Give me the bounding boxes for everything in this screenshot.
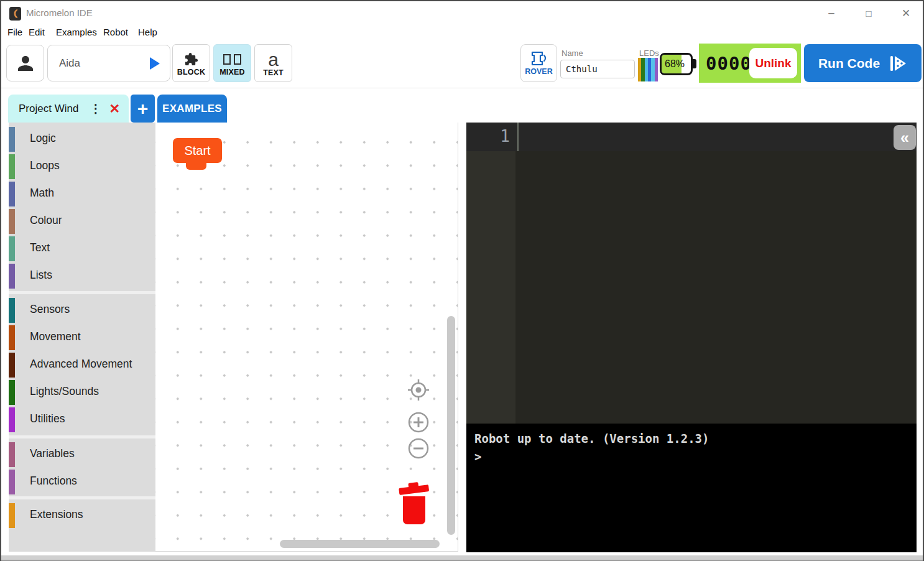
menu-help[interactable]: Help xyxy=(138,27,157,37)
project-name-field[interactable]: Aida xyxy=(47,45,170,81)
category-separator xyxy=(9,291,155,294)
mixed-mode-label: MIXED xyxy=(219,68,245,76)
led-stripe xyxy=(655,58,658,81)
letter-a-icon: a xyxy=(268,52,279,67)
code-editor[interactable]: 1 « xyxy=(466,123,917,424)
console-prompt: > xyxy=(474,448,917,466)
window-border-left xyxy=(0,0,1,561)
tab-close-icon[interactable]: ✕ xyxy=(105,101,129,116)
category-color-chip xyxy=(9,154,15,179)
category-color-chip xyxy=(9,503,15,528)
category-color-chip xyxy=(9,353,15,378)
menu-file[interactable]: File xyxy=(7,27,22,37)
menu-examples[interactable]: Examples xyxy=(56,27,97,37)
rover-icon xyxy=(530,50,548,67)
rover-connect-button[interactable]: ROVER xyxy=(520,44,557,82)
maximize-button[interactable]: □ xyxy=(858,4,879,22)
menu-robot[interactable]: Robot xyxy=(103,27,128,37)
line-number: 1 xyxy=(466,127,510,146)
category-color-chip xyxy=(9,380,15,405)
category-color-chip xyxy=(9,127,15,152)
mixed-mode-button[interactable]: MIXED xyxy=(213,44,251,82)
app-window: Micromelon IDE – □ ✕ File Edit Examples … xyxy=(0,0,924,561)
block-workspace[interactable]: Start xyxy=(155,123,458,552)
category-separator xyxy=(9,496,155,499)
led-color-strip[interactable] xyxy=(638,58,658,81)
toolbar: Aida BLOCK MIXED a TEXT ROVER Name LEDs xyxy=(1,40,923,88)
name-field-label: Name xyxy=(561,49,583,58)
category-color-chip xyxy=(9,236,15,261)
minimize-button[interactable]: – xyxy=(821,4,842,22)
sidebar-item-advanced-movement[interactable]: Advanced Movement xyxy=(9,353,155,378)
zoom-out-button[interactable] xyxy=(408,438,429,459)
sidebar-item-lights-sounds[interactable]: Lights/Sounds xyxy=(9,380,155,405)
sidebar-item-functions[interactable]: Functions xyxy=(9,470,155,494)
project-name: Aida xyxy=(59,57,150,70)
puzzle-icon xyxy=(184,52,198,67)
block-mode-button[interactable]: BLOCK xyxy=(172,44,210,82)
sidebar-item-colour[interactable]: Colour xyxy=(9,209,155,234)
collapse-editor-button[interactable]: « xyxy=(894,125,916,150)
app-title: Micromelon IDE xyxy=(26,7,93,18)
start-block[interactable]: Start xyxy=(173,138,222,163)
window-border-top xyxy=(0,0,924,1)
tab-project-wind[interactable]: Project Wind ⋮ ✕ xyxy=(8,95,129,123)
category-color-chip xyxy=(9,209,15,234)
close-button[interactable]: ✕ xyxy=(895,4,917,22)
run-code-label: Run Code xyxy=(818,56,880,71)
sidebar-item-logic[interactable]: Logic xyxy=(9,127,155,152)
split-view-icon xyxy=(223,53,241,67)
tab-menu-kebab-icon[interactable]: ⋮ xyxy=(86,101,105,116)
sidebar-item-utilities[interactable]: Utilities xyxy=(9,407,155,432)
sidebar-item-movement[interactable]: Movement xyxy=(9,325,155,350)
sidebar-item-variables[interactable]: Variables xyxy=(9,442,155,467)
micromelon-logo-icon xyxy=(9,7,21,21)
category-color-chip xyxy=(9,325,15,350)
menu-edit[interactable]: Edit xyxy=(29,27,45,37)
tab-bar: Project Wind ⋮ ✕ + EXAMPLES xyxy=(1,88,923,123)
robot-console[interactable]: Robot up to date. (Version 1.2.3) > xyxy=(466,424,917,552)
category-color-chip xyxy=(9,470,15,494)
link-status-panel: 0000 Unlink xyxy=(699,44,801,83)
battery-percent: 68% xyxy=(665,58,685,70)
category-separator xyxy=(9,435,155,438)
battery-indicator: 68% xyxy=(660,53,693,75)
unlink-button[interactable]: Unlink xyxy=(749,48,797,78)
category-color-chip xyxy=(9,264,15,289)
zoom-in-button[interactable] xyxy=(408,412,429,433)
project-tab-label: Project Wind xyxy=(19,103,86,115)
tab-examples[interactable]: EXAMPLES xyxy=(157,95,227,123)
sidebar-item-math[interactable]: Math xyxy=(9,182,155,206)
center-view-button[interactable] xyxy=(407,378,430,402)
account-button[interactable] xyxy=(6,45,44,81)
sidebar-item-text[interactable]: Text xyxy=(9,236,155,261)
canvas-horizontal-scrollbar[interactable] xyxy=(280,540,440,548)
leds-label: LEDs xyxy=(639,49,659,58)
sidebar-item-sensors[interactable]: Sensors xyxy=(9,298,155,323)
canvas-vertical-scrollbar[interactable] xyxy=(447,316,455,535)
sidebar-item-extensions[interactable]: Extensions xyxy=(9,503,155,528)
text-mode-button[interactable]: a TEXT xyxy=(254,44,292,82)
block-mode-label: BLOCK xyxy=(177,68,205,76)
robot-name-input[interactable] xyxy=(560,60,635,78)
menu-bar: File Edit Examples Robot Help xyxy=(1,25,923,40)
category-color-chip xyxy=(9,407,15,432)
text-mode-label: TEXT xyxy=(263,68,284,77)
category-color-chip xyxy=(9,442,15,467)
sidebar-item-loops[interactable]: Loops xyxy=(9,154,155,179)
console-message: Robot up to date. (Version 1.2.3) xyxy=(474,430,917,448)
category-color-chip xyxy=(9,298,15,323)
category-color-chip xyxy=(9,182,15,206)
trash-icon[interactable] xyxy=(397,479,432,527)
open-project-arrow-icon[interactable] xyxy=(150,57,160,70)
window-bottom-strip xyxy=(0,555,924,561)
run-code-button[interactable]: Run Code xyxy=(804,44,922,82)
battery-terminal xyxy=(693,59,696,68)
add-tab-button[interactable]: + xyxy=(131,95,155,123)
person-icon xyxy=(14,52,37,75)
sidebar-item-lists[interactable]: Lists xyxy=(9,264,155,289)
editor-cursor xyxy=(517,123,519,151)
active-line: 1 xyxy=(466,123,917,151)
rover-label: ROVER xyxy=(525,67,552,76)
block-category-sidebar: Logic Loops Math Colour Text Lists Senso… xyxy=(9,123,155,552)
